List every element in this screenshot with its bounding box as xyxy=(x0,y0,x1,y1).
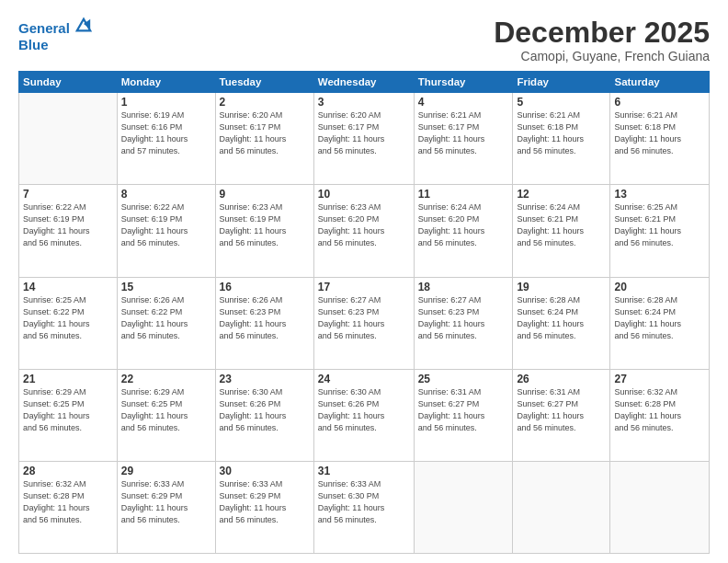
day-info: Sunrise: 6:33 AM Sunset: 6:29 PM Dayligh… xyxy=(121,478,211,526)
day-number: 30 xyxy=(220,465,310,477)
day-info: Sunrise: 6:19 AM Sunset: 6:16 PM Dayligh… xyxy=(121,109,211,157)
day-info: Sunrise: 6:29 AM Sunset: 6:25 PM Dayligh… xyxy=(121,386,211,434)
day-number: 21 xyxy=(23,373,113,385)
calendar-day-cell: 17Sunrise: 6:27 AM Sunset: 6:23 PM Dayli… xyxy=(313,277,414,369)
day-info: Sunrise: 6:25 AM Sunset: 6:22 PM Dayligh… xyxy=(23,294,113,342)
calendar-header-cell: Wednesday xyxy=(313,72,414,93)
day-info: Sunrise: 6:21 AM Sunset: 6:18 PM Dayligh… xyxy=(614,109,705,157)
calendar: SundayMondayTuesdayWednesdayThursdayFrid… xyxy=(18,71,710,554)
day-number: 1 xyxy=(121,96,211,109)
title-block: December 2025 Camopi, Guyane, French Gui… xyxy=(494,17,710,63)
calendar-day-cell: 8Sunrise: 6:22 AM Sunset: 6:19 PM Daylig… xyxy=(117,185,215,277)
day-info: Sunrise: 6:31 AM Sunset: 6:27 PM Dayligh… xyxy=(418,386,509,434)
day-number: 8 xyxy=(121,188,211,201)
calendar-header-cell: Thursday xyxy=(414,72,513,93)
month-title: December 2025 xyxy=(494,17,710,49)
calendar-body: 1Sunrise: 6:19 AM Sunset: 6:16 PM Daylig… xyxy=(19,93,710,554)
day-info: Sunrise: 6:22 AM Sunset: 6:19 PM Dayligh… xyxy=(23,201,113,249)
calendar-header-cell: Friday xyxy=(513,72,610,93)
calendar-header-cell: Tuesday xyxy=(215,72,313,93)
day-number: 17 xyxy=(318,281,410,293)
calendar-day-cell: 6Sunrise: 6:21 AM Sunset: 6:18 PM Daylig… xyxy=(610,93,710,185)
day-number: 26 xyxy=(517,373,606,385)
day-info: Sunrise: 6:32 AM Sunset: 6:28 PM Dayligh… xyxy=(23,478,113,526)
day-number: 12 xyxy=(517,188,606,201)
day-number: 15 xyxy=(121,281,211,293)
day-number: 22 xyxy=(121,373,211,385)
logo: General Blue xyxy=(18,17,92,53)
calendar-day-cell: 31Sunrise: 6:33 AM Sunset: 6:30 PM Dayli… xyxy=(313,461,414,553)
day-info: Sunrise: 6:22 AM Sunset: 6:19 PM Dayligh… xyxy=(121,201,211,249)
day-info: Sunrise: 6:24 AM Sunset: 6:21 PM Dayligh… xyxy=(517,201,606,249)
calendar-day-cell xyxy=(513,461,610,553)
header: General Blue December 2025 Camopi, Guyan… xyxy=(18,17,710,63)
day-info: Sunrise: 6:31 AM Sunset: 6:27 PM Dayligh… xyxy=(517,386,606,434)
logo-text: General xyxy=(18,17,92,37)
calendar-day-cell: 12Sunrise: 6:24 AM Sunset: 6:21 PM Dayli… xyxy=(513,185,610,277)
calendar-day-cell: 9Sunrise: 6:23 AM Sunset: 6:19 PM Daylig… xyxy=(215,185,313,277)
day-number: 24 xyxy=(318,373,410,385)
day-info: Sunrise: 6:26 AM Sunset: 6:22 PM Dayligh… xyxy=(121,294,211,342)
day-info: Sunrise: 6:24 AM Sunset: 6:20 PM Dayligh… xyxy=(418,201,509,249)
day-info: Sunrise: 6:26 AM Sunset: 6:23 PM Dayligh… xyxy=(220,294,310,342)
day-info: Sunrise: 6:27 AM Sunset: 6:23 PM Dayligh… xyxy=(418,294,509,342)
day-number: 27 xyxy=(614,373,705,385)
page: General Blue December 2025 Camopi, Guyan… xyxy=(0,0,728,563)
calendar-day-cell xyxy=(19,93,118,185)
day-info: Sunrise: 6:33 AM Sunset: 6:29 PM Dayligh… xyxy=(220,478,310,526)
calendar-day-cell: 4Sunrise: 6:21 AM Sunset: 6:17 PM Daylig… xyxy=(414,93,513,185)
calendar-header-cell: Saturday xyxy=(610,72,710,93)
calendar-week-row: 7Sunrise: 6:22 AM Sunset: 6:19 PM Daylig… xyxy=(19,185,710,277)
calendar-day-cell: 28Sunrise: 6:32 AM Sunset: 6:28 PM Dayli… xyxy=(19,461,118,553)
day-number: 10 xyxy=(318,188,410,201)
day-number: 29 xyxy=(121,465,211,477)
day-info: Sunrise: 6:30 AM Sunset: 6:26 PM Dayligh… xyxy=(318,386,410,434)
logo-line2: Blue xyxy=(18,37,92,53)
calendar-day-cell: 7Sunrise: 6:22 AM Sunset: 6:19 PM Daylig… xyxy=(19,185,118,277)
day-info: Sunrise: 6:20 AM Sunset: 6:17 PM Dayligh… xyxy=(220,109,310,157)
calendar-day-cell: 29Sunrise: 6:33 AM Sunset: 6:29 PM Dayli… xyxy=(117,461,215,553)
calendar-day-cell: 21Sunrise: 6:29 AM Sunset: 6:25 PM Dayli… xyxy=(19,369,118,461)
day-number: 14 xyxy=(23,281,113,293)
calendar-day-cell xyxy=(610,461,710,553)
day-info: Sunrise: 6:32 AM Sunset: 6:28 PM Dayligh… xyxy=(614,386,705,434)
calendar-day-cell: 11Sunrise: 6:24 AM Sunset: 6:20 PM Dayli… xyxy=(414,185,513,277)
calendar-day-cell: 30Sunrise: 6:33 AM Sunset: 6:29 PM Dayli… xyxy=(215,461,313,553)
day-number: 18 xyxy=(418,281,509,293)
day-number: 16 xyxy=(220,281,310,293)
day-info: Sunrise: 6:27 AM Sunset: 6:23 PM Dayligh… xyxy=(318,294,410,342)
day-info: Sunrise: 6:28 AM Sunset: 6:24 PM Dayligh… xyxy=(614,294,705,342)
day-number: 9 xyxy=(220,188,310,201)
calendar-day-cell: 10Sunrise: 6:23 AM Sunset: 6:20 PM Dayli… xyxy=(313,185,414,277)
calendar-day-cell: 2Sunrise: 6:20 AM Sunset: 6:17 PM Daylig… xyxy=(215,93,313,185)
logo-icon xyxy=(75,17,92,33)
calendar-week-row: 28Sunrise: 6:32 AM Sunset: 6:28 PM Dayli… xyxy=(19,461,710,553)
day-number: 4 xyxy=(418,96,509,109)
day-number: 2 xyxy=(220,96,310,109)
day-info: Sunrise: 6:33 AM Sunset: 6:30 PM Dayligh… xyxy=(318,478,410,526)
calendar-header-row: SundayMondayTuesdayWednesdayThursdayFrid… xyxy=(19,72,710,93)
day-info: Sunrise: 6:23 AM Sunset: 6:20 PM Dayligh… xyxy=(318,201,410,249)
day-number: 6 xyxy=(614,96,705,109)
day-info: Sunrise: 6:29 AM Sunset: 6:25 PM Dayligh… xyxy=(23,386,113,434)
calendar-day-cell: 14Sunrise: 6:25 AM Sunset: 6:22 PM Dayli… xyxy=(19,277,118,369)
calendar-day-cell: 5Sunrise: 6:21 AM Sunset: 6:18 PM Daylig… xyxy=(513,93,610,185)
calendar-day-cell: 3Sunrise: 6:20 AM Sunset: 6:17 PM Daylig… xyxy=(313,93,414,185)
day-info: Sunrise: 6:20 AM Sunset: 6:17 PM Dayligh… xyxy=(318,109,410,157)
day-number: 13 xyxy=(614,188,705,201)
calendar-week-row: 14Sunrise: 6:25 AM Sunset: 6:22 PM Dayli… xyxy=(19,277,710,369)
calendar-day-cell: 15Sunrise: 6:26 AM Sunset: 6:22 PM Dayli… xyxy=(117,277,215,369)
calendar-day-cell: 25Sunrise: 6:31 AM Sunset: 6:27 PM Dayli… xyxy=(414,369,513,461)
day-info: Sunrise: 6:23 AM Sunset: 6:19 PM Dayligh… xyxy=(220,201,310,249)
calendar-header-cell: Monday xyxy=(117,72,215,93)
day-number: 11 xyxy=(418,188,509,201)
calendar-week-row: 21Sunrise: 6:29 AM Sunset: 6:25 PM Dayli… xyxy=(19,369,710,461)
day-number: 5 xyxy=(517,96,606,109)
calendar-day-cell: 26Sunrise: 6:31 AM Sunset: 6:27 PM Dayli… xyxy=(513,369,610,461)
day-number: 20 xyxy=(614,281,705,293)
day-number: 28 xyxy=(23,465,113,477)
day-number: 25 xyxy=(418,373,509,385)
calendar-day-cell: 13Sunrise: 6:25 AM Sunset: 6:21 PM Dayli… xyxy=(610,185,710,277)
calendar-header-cell: Sunday xyxy=(19,72,118,93)
day-info: Sunrise: 6:28 AM Sunset: 6:24 PM Dayligh… xyxy=(517,294,606,342)
